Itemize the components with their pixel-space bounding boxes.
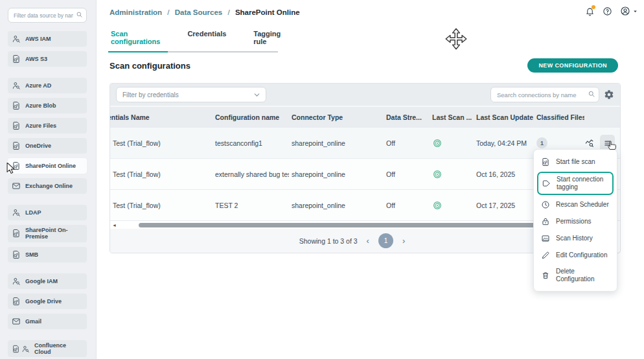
sidebar-item-google-iam[interactable]: Google IAM [8, 273, 87, 289]
filter-data-source-input[interactable] [8, 8, 87, 23]
classified-files-badge[interactable]: 1 [536, 137, 547, 148]
hamburger-icon [603, 139, 612, 148]
filter-by-credentials-value: Filter by credentials [122, 91, 179, 98]
pagination: Showing 1 to 3 of 3 ‹ 1 › [110, 229, 594, 253]
cell-configuration-name: externally shared bug test [213, 170, 289, 178]
doc-search-icon [12, 229, 21, 238]
sidebar-item-aws-iam[interactable]: AWS IAM [8, 31, 87, 47]
search-connections-input[interactable] [490, 87, 599, 102]
column-data-streaming[interactable]: Data Stre... [384, 113, 430, 121]
cell-configuration-name: testscanconfig1 [213, 139, 289, 147]
tab-credentials[interactable]: Credentials [186, 30, 227, 51]
menu-item-scan-history[interactable]: Scan History [534, 230, 617, 247]
sidebar-group-aws: AWS IAM AWS S3 [8, 31, 87, 67]
menu-item-start-file-scan[interactable]: Start file scan [534, 154, 617, 170]
cell-connector-type: sharepoint_online [289, 139, 384, 147]
menu-item-delete-configuration[interactable]: Delete Configuration [534, 264, 617, 287]
sidebar-item-google-drive[interactable]: Google Drive [8, 294, 87, 309]
sidebar-item-label: AWS S3 [25, 56, 47, 62]
sidebar-item-label: Google Drive [25, 298, 62, 305]
file-scan-icon [541, 157, 550, 167]
sidebar-item-smb[interactable]: SMB [8, 247, 87, 262]
menu-item-permissions[interactable]: Permissions [534, 213, 617, 230]
help-icon [603, 6, 612, 16]
page-number-button[interactable]: 1 [378, 233, 393, 248]
search-icon [76, 11, 83, 18]
scan-insights-icon[interactable] [584, 138, 595, 148]
sidebar-item-sharepoint-on-premise[interactable]: SharePoint On-Premise [8, 225, 87, 242]
chevron-down-icon [253, 91, 261, 99]
column-configuration-name[interactable]: Configuration name [213, 113, 289, 121]
sidebar-item-label: Confluence Cloud [34, 342, 83, 356]
mail-icon [12, 317, 21, 326]
column-last-scan[interactable]: Last Scan ... [430, 113, 474, 121]
cell-credentials-name: Test (Trial_flow) [110, 202, 213, 209]
column-classified-files[interactable]: Classified Files [534, 113, 584, 121]
filter-bar-right [490, 87, 614, 102]
user-search-icon [12, 81, 21, 90]
cell-classified-files: 1 [534, 137, 584, 148]
pagination-summary: Showing 1 to 3 of 3 [299, 237, 358, 245]
scan-history-icon [541, 234, 550, 243]
trash-icon [541, 271, 550, 280]
cell-connector-type: sharepoint_online [289, 170, 384, 178]
cell-credentials-name: Test (Trial_flow) [110, 170, 213, 178]
mail-icon [12, 181, 21, 191]
doc-search-icon [12, 54, 21, 64]
sidebar-item-onedrive[interactable]: OneDrive [8, 138, 87, 154]
filter-by-credentials-select[interactable]: Filter by credentials [116, 87, 266, 102]
scan-status-icon [432, 169, 443, 180]
menu-item-rescan-scheduler[interactable]: Rescan Scheduler [534, 196, 617, 213]
sidebar-item-label: OneDrive [25, 143, 51, 149]
sidebar-item-confluence-cloud[interactable]: Confluence Cloud [8, 340, 87, 358]
cell-data-streaming: Off [384, 139, 430, 147]
cell-last-scan [430, 200, 474, 211]
sidebar-item-ldap[interactable]: LDAP [8, 205, 87, 220]
sidebar-item-azure-files[interactable]: Azure Files [8, 118, 87, 133]
breadcrumb-data-sources[interactable]: Data Sources [175, 8, 223, 16]
sidebar-item-label: SharePoint Online [25, 163, 76, 169]
next-page-button[interactable]: › [402, 236, 405, 246]
sidebar-item-gmail[interactable]: Gmail [8, 314, 87, 329]
user-search-icon [12, 208, 21, 217]
sidebar-item-sharepoint-online[interactable]: SharePoint Online [8, 158, 87, 174]
breadcrumb-current: SharePoint Online [235, 8, 300, 16]
tab-tagging-rule[interactable]: Tagging rule [252, 30, 282, 51]
menu-item-start-connection-tagging[interactable]: Start connection tagging [537, 172, 614, 195]
column-credentials-name[interactable]: Credentials Name [110, 113, 213, 121]
table-settings-gear-icon[interactable] [604, 89, 614, 100]
tab-scan-configurations[interactable]: Scan configurations [109, 30, 161, 51]
scan-status-icon [432, 200, 443, 211]
clock-icon [541, 200, 550, 209]
sidebar-item-azure-ad[interactable]: Azure AD [8, 78, 87, 93]
cell-last-scan [430, 138, 474, 148]
sidebar-group-confluence: Confluence Cloud Confluence On-Premise [8, 340, 87, 359]
table-header-row: Credentials Name Configuration name Conn… [110, 106, 620, 127]
account-menu-button[interactable] [620, 6, 639, 16]
sidebar-group-onprem: LDAP SharePoint On-Premise SMB [8, 205, 87, 262]
sidebar-group-google: Google IAM Google Drive Gmail [8, 273, 87, 329]
previous-page-button[interactable]: ‹ [367, 236, 369, 246]
breadcrumb-administration[interactable]: Administration [109, 8, 162, 16]
page-title: Scan configurations [109, 61, 190, 71]
notifications-button[interactable] [585, 6, 595, 16]
sidebar-item-label: SharePoint On-Premise [25, 227, 83, 240]
help-button[interactable] [603, 6, 612, 16]
doc-search-icon [12, 141, 21, 150]
menu-item-edit-configuration[interactable]: Edit Configuration [534, 247, 617, 264]
scroll-left-arrow[interactable]: ◄ [112, 223, 117, 227]
column-connector-type[interactable]: Connector Type [289, 113, 384, 121]
cell-data-streaming: Off [384, 202, 430, 209]
new-configuration-button[interactable]: NEW CONFIGURATION [527, 58, 618, 73]
sidebar-item-exchange-online[interactable]: Exchange Online [8, 178, 87, 194]
sidebar-item-label: SMB [25, 251, 38, 258]
caret-down-icon [632, 8, 639, 15]
avatar-icon [620, 6, 630, 16]
sidebar-item-label: Google IAM [25, 278, 58, 284]
sidebar-item-azure-blob[interactable]: Azure Blob [8, 98, 87, 113]
column-last-scan-update[interactable]: Last Scan Update [474, 113, 534, 121]
sidebar-item-aws-s3[interactable]: AWS S3 [8, 51, 87, 67]
scrollbar-thumb[interactable] [139, 223, 540, 227]
pencil-icon [541, 251, 550, 260]
cell-credentials-name: Test (Trial_flow) [110, 139, 213, 147]
